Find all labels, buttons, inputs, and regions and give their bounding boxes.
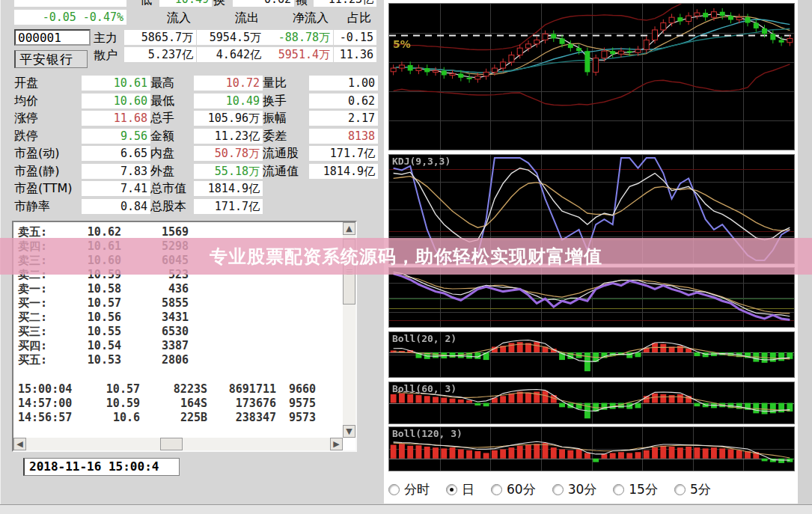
period-option-5分[interactable]: 5分: [674, 481, 711, 498]
boll60-chart-panel[interactable]: Boll(60, 3): [388, 382, 795, 424]
boll20-label: Boll(20, 2): [392, 333, 457, 344]
kline-chart-panel[interactable]: 5%: [388, 3, 795, 150]
ad-banner-text: 专业股票配资系统源码，助你轻松实现财富增值: [210, 245, 602, 269]
buy-level-row[interactable]: 买三:10.556530: [16, 325, 341, 339]
cell: 10.57: [84, 382, 140, 397]
boll120-chart-panel[interactable]: Boll(120, 3): [388, 426, 795, 471]
period-label: 5分: [690, 481, 711, 498]
cell: 9575: [280, 397, 316, 411]
quote-value: 9.56: [82, 129, 150, 144]
scroll-left-button[interactable]: ◀: [13, 438, 26, 450]
radio-icon[interactable]: [552, 484, 564, 495]
buy-level-row[interactable]: 买五:10.532806: [16, 353, 341, 367]
quote-value: 1814.9亿: [194, 181, 263, 196]
quote-value: 171.7亿: [309, 146, 378, 161]
cell: 6530: [129, 325, 189, 339]
low-value: 10.49: [159, 0, 212, 7]
boll60-label: Boll(60, 3): [392, 383, 457, 394]
cell: 10.58: [61, 282, 121, 296]
quote-label: 振幅: [263, 110, 287, 126]
flow-header-net: 净流入: [293, 10, 329, 26]
cell: 买四:: [18, 339, 63, 353]
quote-value: 0.62: [309, 94, 378, 108]
quote-value: 105.96万: [194, 111, 263, 126]
flow-value: 11.36: [334, 47, 376, 62]
cell: 10.57: [61, 296, 121, 310]
flow-value: 4.642亿: [197, 47, 264, 62]
scroll-down-button[interactable]: ▼: [343, 425, 355, 438]
percent-scale-label: 5%: [393, 38, 411, 50]
quote-label: 委差: [263, 128, 287, 144]
flow-value: 5865.7万: [124, 30, 196, 45]
cell: 164S: [147, 397, 207, 411]
cell: 14:57:00: [18, 397, 78, 411]
cell: 3387: [129, 339, 189, 353]
boll20-chart-panel[interactable]: Boll(20, 2): [388, 331, 795, 378]
period-option-30分[interactable]: 30分: [552, 481, 597, 498]
tick-row: 14:57:0010.59164S1736769575: [16, 397, 341, 411]
bottom-divider: [0, 504, 812, 514]
indicator3-chart-panel[interactable]: [388, 267, 795, 328]
quote-label: 跌停: [14, 128, 38, 144]
quote-label: 金额: [150, 128, 174, 144]
period-label: 15分: [629, 481, 658, 498]
stock-name-tab[interactable]: 平安银行: [14, 50, 88, 68]
quote-label: 最低: [150, 93, 174, 109]
scroll-right-button[interactable]: ▶: [330, 438, 343, 450]
quote-value: 7.83: [82, 164, 150, 179]
quote-label: 市静率: [14, 198, 50, 215]
cell: 14:56:57: [18, 411, 78, 425]
cell: 买五:: [18, 353, 63, 367]
buy-level-row[interactable]: 买四:10.543387: [16, 339, 341, 353]
quote-label: 内盘: [150, 145, 174, 162]
flow-value: -0.15: [334, 30, 376, 45]
quote-label: 市盈(TTM): [14, 180, 73, 197]
radio-icon[interactable]: [674, 484, 686, 495]
period-option-60分[interactable]: 60分: [491, 481, 536, 498]
amount-value: 11.23亿: [314, 0, 376, 7]
cell: 3431: [129, 310, 189, 325]
ad-banner: 专业股票配资系统源码，助你轻松实现财富增值: [0, 238, 812, 275]
buy-level-row[interactable]: 买一:10.575855: [16, 296, 341, 310]
radio-icon[interactable]: [491, 484, 502, 495]
quote-label: 流通值: [263, 163, 299, 180]
quote-label: 开盘: [14, 75, 38, 91]
cell: 436: [129, 282, 189, 296]
indicator3-canvas[interactable]: [389, 268, 794, 327]
quote-value: 0.84: [82, 199, 150, 214]
flow-header-ratio: 占比: [347, 10, 371, 26]
label-turnover: 换: [213, 0, 225, 8]
buy-level-row[interactable]: 买二:10.563431: [16, 310, 341, 325]
quote-value: 1814.9亿: [309, 164, 378, 179]
horizontal-scrollbar[interactable]: ◀ ▶: [13, 438, 343, 450]
kline-canvas[interactable]: [389, 4, 794, 150]
cell: 卖一:: [18, 282, 63, 296]
radio-icon[interactable]: [388, 484, 400, 495]
quote-value: 1.00: [309, 76, 378, 91]
quote-value: 11.23亿: [194, 129, 263, 144]
change-box: -0.05 -0.47%: [14, 10, 126, 25]
quote-label: 总手: [150, 110, 174, 126]
spacer: [16, 367, 341, 382]
quote-label: 市盈(静): [14, 163, 59, 180]
period-option-日[interactable]: 日: [446, 481, 474, 498]
change-value: -0.05: [43, 10, 76, 24]
horizontal-scroll-thumb[interactable]: [160, 438, 183, 450]
cell: 9660: [280, 382, 316, 397]
tick-row: 14:56:5710.6225B2383479573: [16, 411, 341, 425]
quote-value: 2.17: [309, 111, 378, 126]
period-label: 60分: [507, 481, 536, 498]
quote-label: 换手: [263, 93, 287, 109]
sell-level-row[interactable]: 卖一:10.58436: [16, 282, 341, 296]
quote-value: 10.49: [194, 94, 263, 108]
price-box-clipped: [14, 0, 126, 7]
period-option-15分[interactable]: 15分: [613, 481, 658, 498]
change-pct: -0.47%: [83, 10, 123, 24]
stock-code-input[interactable]: [14, 29, 91, 46]
flow-value: -88.78万: [264, 30, 333, 45]
period-option-分时[interactable]: 分时: [388, 481, 430, 498]
scroll-up-button[interactable]: ▲: [343, 222, 355, 235]
radio-icon[interactable]: [446, 484, 457, 495]
quote-label: 市盈(动): [14, 145, 59, 162]
radio-icon[interactable]: [613, 484, 624, 495]
